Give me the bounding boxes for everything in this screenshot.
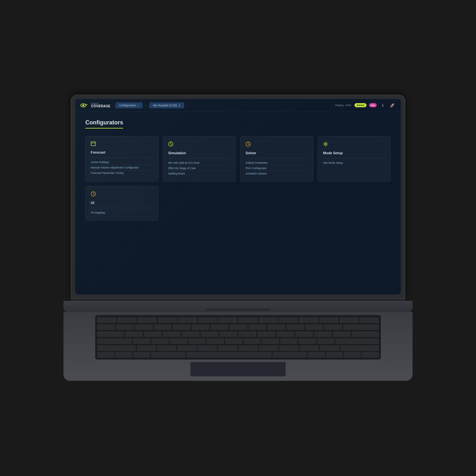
key-slash[interactable] <box>320 345 339 351</box>
key-f7[interactable] <box>238 317 258 323</box>
key-2[interactable] <box>135 324 153 330</box>
key-f3[interactable] <box>158 317 177 323</box>
key-f9[interactable] <box>279 317 298 323</box>
trackpad[interactable] <box>190 362 286 376</box>
key-j[interactable] <box>243 338 261 344</box>
info-icon[interactable]: ℹ <box>379 102 386 109</box>
key-g[interactable] <box>207 338 224 344</box>
key-arrow-up[interactable] <box>344 352 361 358</box>
key-minus[interactable] <box>305 324 323 330</box>
key-l[interactable] <box>280 338 298 344</box>
key-e[interactable] <box>163 331 181 337</box>
forecast-parameter-link[interactable]: Forecast Parameter Tuning <box>91 170 153 175</box>
key-9[interactable] <box>267 324 285 330</box>
staffing-rules-link[interactable]: Staffing Rules <box>168 171 230 176</box>
key-return[interactable] <box>335 338 379 344</box>
key-f6[interactable] <box>218 317 238 323</box>
user-badge: ms <box>369 103 377 107</box>
site-mode-link[interactable]: Site Mode Setup <box>323 160 385 165</box>
key-lbracket[interactable] <box>314 331 332 337</box>
key-7[interactable] <box>229 324 248 330</box>
key-capslock[interactable] <box>97 338 132 344</box>
key-s[interactable] <box>151 338 169 344</box>
key-space[interactable] <box>186 352 272 358</box>
key-3[interactable] <box>154 324 172 330</box>
key-delete[interactable] <box>343 324 379 330</box>
key-semicolon[interactable] <box>299 338 316 344</box>
key-b[interactable] <box>218 345 237 351</box>
key-control[interactable] <box>115 352 132 358</box>
key-0[interactable] <box>286 324 304 330</box>
key-f1[interactable] <box>117 317 137 323</box>
active-holidays-link[interactable]: Active Holidays <box>91 160 153 165</box>
key-u[interactable] <box>238 331 256 337</box>
key-f2[interactable] <box>137 317 157 323</box>
schedule-options-link[interactable]: Schedule Options <box>246 171 308 176</box>
key-option-left[interactable] <box>133 352 150 358</box>
key-r[interactable] <box>182 331 200 337</box>
key-k[interactable] <box>262 338 279 344</box>
key-backslash[interactable] <box>352 331 379 337</box>
key-tab[interactable] <box>97 331 124 337</box>
key-f8[interactable] <box>259 317 278 323</box>
key-m[interactable] <box>259 345 278 351</box>
key-equals[interactable] <box>324 324 342 330</box>
key-f[interactable] <box>188 338 206 344</box>
key-6[interactable] <box>211 324 229 330</box>
key-a[interactable] <box>133 338 150 344</box>
key-comma[interactable] <box>279 345 299 351</box>
key-i[interactable] <box>257 331 275 337</box>
key-tilde[interactable] <box>97 324 115 330</box>
key-p[interactable] <box>295 331 313 337</box>
rocket-icon[interactable]: 🚀 <box>389 102 396 109</box>
key-y[interactable] <box>220 331 238 337</box>
key-rbracket[interactable] <box>333 331 351 337</box>
mode-setup-card[interactable]: Mode Setup Site Mode Setup <box>318 136 391 182</box>
key-power[interactable] <box>360 317 379 323</box>
staging-label: Staging - Role: <box>335 104 352 107</box>
key-q[interactable] <box>125 331 143 337</box>
key-f10[interactable] <box>299 317 318 323</box>
key-command-left[interactable] <box>151 352 185 358</box>
hospital-selector[interactable]: My Hospital (2135) ∨ <box>149 102 184 108</box>
key-fn[interactable] <box>97 352 114 358</box>
key-d[interactable] <box>170 338 187 344</box>
forecast-card[interactable]: Forecast Active Holidays Manual Volume A… <box>85 136 158 182</box>
key-quote[interactable] <box>317 338 334 344</box>
key-x[interactable] <box>157 345 176 351</box>
key-o[interactable] <box>276 331 294 337</box>
key-period[interactable] <box>300 345 319 351</box>
fit-mapping-link[interactable]: Fit Mapping <box>91 210 153 215</box>
default-schedules-link[interactable]: Default Schedules <box>246 160 308 166</box>
key-8[interactable] <box>248 324 267 330</box>
solver-card[interactable]: Solver Default Schedules RVU Configurato… <box>240 136 313 182</box>
manual-volume-link[interactable]: Manual Volume Adjustment Configurator <box>91 165 153 170</box>
key-command-right[interactable] <box>273 352 307 358</box>
key-c[interactable] <box>177 345 197 351</box>
key-f11[interactable] <box>319 317 339 323</box>
key-option-right[interactable] <box>308 352 325 358</box>
key-esc[interactable] <box>97 317 116 323</box>
key-t[interactable] <box>201 331 219 337</box>
key-w[interactable] <box>144 331 162 337</box>
configurators-breadcrumb[interactable]: Configurators ∨ <box>116 102 142 108</box>
key-h[interactable] <box>225 338 242 344</box>
key-4[interactable] <box>173 324 191 330</box>
key-shift-left[interactable] <box>97 345 136 351</box>
md-split-link[interactable]: MD only Split by ICU level <box>168 160 230 166</box>
key-shift-right[interactable] <box>340 345 379 351</box>
effort-stage-link[interactable]: Effort By Stage of Care <box>168 166 230 171</box>
key-arrow-right[interactable] <box>362 352 379 358</box>
key-5[interactable] <box>192 324 210 330</box>
ui-card[interactable]: UI Fit Mapping <box>85 186 158 221</box>
key-f12[interactable] <box>340 317 359 323</box>
key-f5[interactable] <box>198 317 217 323</box>
key-f4[interactable] <box>178 317 197 323</box>
key-z[interactable] <box>137 345 156 351</box>
rvu-configurator-link[interactable]: RVU Configurator <box>246 166 308 171</box>
key-1[interactable] <box>116 324 134 330</box>
key-n[interactable] <box>239 345 258 351</box>
simulation-card[interactable]: Simulation MD only Split by ICU level Ef… <box>163 136 236 182</box>
key-v[interactable] <box>198 345 217 351</box>
key-arrow-left[interactable] <box>326 352 343 358</box>
